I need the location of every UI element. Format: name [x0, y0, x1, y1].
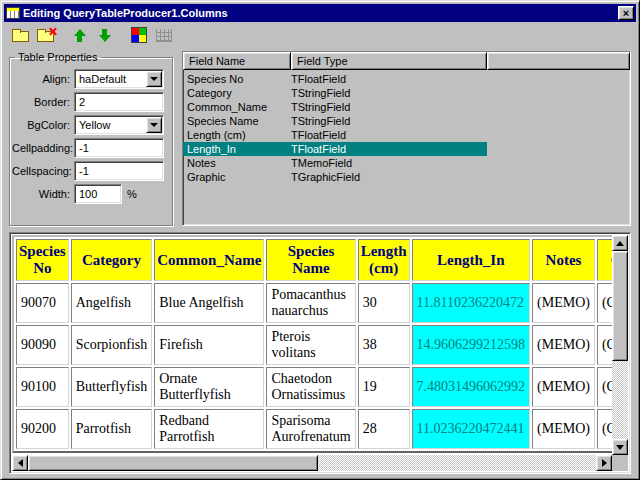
close-button[interactable]: ×: [618, 6, 634, 20]
field-row-species-name[interactable]: Species Name TStringField: [183, 114, 487, 128]
header-cell: Length (cm): [358, 239, 410, 281]
vertical-scrollbar[interactable]: [612, 235, 628, 455]
border-label: Border:: [12, 96, 74, 108]
width-unit-label: %: [127, 188, 137, 200]
table-cell: (GRAPHIC): [597, 367, 612, 407]
move-up-button[interactable]: [67, 24, 92, 46]
bgcolor-select[interactable]: Yellow: [74, 115, 164, 135]
scrollbar-corner: [612, 455, 628, 471]
field-row-notes[interactable]: Notes TMemoField: [183, 156, 487, 170]
vertical-scroll-thumb[interactable]: [612, 251, 628, 361]
horizontal-scroll-thumb[interactable]: [28, 455, 318, 471]
table-row: 90070 Angelfish Blue Angelfish Pomacanth…: [16, 283, 612, 323]
align-dropdown-button[interactable]: [146, 71, 162, 87]
table-cell: 30: [358, 283, 410, 323]
header-cell: Graphic: [597, 239, 612, 281]
scroll-down-button[interactable]: [612, 439, 628, 455]
field-colors-button[interactable]: [126, 24, 151, 46]
move-down-button[interactable]: [92, 24, 117, 46]
vertical-scroll-track[interactable]: [612, 361, 628, 439]
table-cell-highlight: 14.9606299212598: [412, 325, 531, 365]
table-cell: 90090: [16, 325, 69, 365]
field-type-cell: TFloatField: [289, 73, 487, 85]
field-name-cell: Common_Name: [183, 101, 289, 113]
field-name-cell: Category: [183, 87, 289, 99]
width-row: Width: %: [12, 184, 168, 204]
up-arrow-icon: [74, 29, 86, 42]
table-cell: (MEMO): [532, 409, 595, 449]
field-type-cell: TFloatField: [289, 129, 487, 141]
field-row-category[interactable]: Category TStringField: [183, 86, 487, 100]
preview-viewport: Species No Category Common_Name Species …: [12, 235, 612, 455]
table-cell: 90200: [16, 409, 69, 449]
table-cell: (MEMO): [532, 283, 595, 323]
delete-field-button[interactable]: [33, 24, 58, 46]
scroll-left-button[interactable]: [12, 455, 28, 471]
field-name-cell: Species No: [183, 73, 289, 85]
bgcolor-dropdown-button[interactable]: [146, 117, 162, 133]
delete-folder-icon: [37, 31, 54, 42]
align-select[interactable]: haDefault: [74, 69, 164, 89]
titlebar[interactable]: Editing QueryTableProducer1.Columns ×: [4, 4, 636, 22]
field-name-cell: Notes: [183, 157, 289, 169]
bgcolor-value: Yellow: [75, 119, 146, 131]
field-row-graphic[interactable]: Graphic TGraphicField: [183, 170, 487, 184]
table-cell: 19: [358, 367, 410, 407]
align-value: haDefault: [75, 73, 146, 85]
table-cell: Pomacanthus nauarchus: [266, 283, 355, 323]
table-cell: Ornate Butterflyfish: [154, 367, 264, 407]
field-name-cell: Length_In: [183, 143, 289, 155]
field-type-column-header[interactable]: Field Type: [291, 52, 487, 70]
html-preview-panel: Species No Category Common_Name Species …: [9, 232, 631, 474]
add-field-button[interactable]: [8, 24, 33, 46]
width-input[interactable]: [74, 184, 122, 204]
grid-options-button[interactable]: [151, 24, 176, 46]
table-row: 90090 Scorpionfish Firefish Pterois voli…: [16, 325, 612, 365]
table-cell: Blue Angelfish: [154, 283, 264, 323]
scroll-up-button[interactable]: [612, 235, 628, 251]
bgcolor-row: BgColor: Yellow: [12, 115, 168, 135]
table-row: 90200 Parrotfish Redband Parrotfish Spar…: [16, 409, 612, 449]
cellpadding-row: Cellpadding:: [12, 138, 168, 158]
field-row-length-in-selected[interactable]: Length_In TFloatField: [183, 142, 487, 156]
field-name-cell: Graphic: [183, 171, 289, 183]
cellpadding-input[interactable]: [74, 138, 164, 158]
table-cell: 38: [358, 325, 410, 365]
header-cell: Species Name: [266, 239, 355, 281]
cellspacing-row: Cellspacing:: [12, 161, 168, 181]
width-label: Width:: [12, 188, 74, 200]
chevron-down-icon: [150, 77, 158, 81]
field-name-cell: Species Name: [183, 115, 289, 127]
add-folder-icon: [12, 31, 29, 42]
table-properties-group: Table Properties Align: haDefault Border…: [9, 51, 173, 226]
down-arrow-icon: [99, 29, 111, 42]
table-cell: Redband Parrotfish: [154, 409, 264, 449]
header-cell: Length_In: [412, 239, 531, 281]
scroll-right-button[interactable]: [596, 455, 612, 471]
window-icon: [6, 7, 20, 19]
preview-table: Species No Category Common_Name Species …: [12, 235, 612, 453]
blank-column-header: [487, 52, 630, 70]
table-cell: Pterois volitans: [266, 325, 355, 365]
table-cell: (GRAPHIC): [597, 283, 612, 323]
field-list-body: Species No TFloatField Category TStringF…: [183, 70, 630, 225]
horizontal-scrollbar[interactable]: [12, 455, 612, 471]
close-icon: ×: [623, 8, 629, 18]
header-cell: Notes: [532, 239, 595, 281]
header-cell: Species No: [16, 239, 69, 281]
field-row-species-no[interactable]: Species No TFloatField: [183, 72, 487, 86]
table-cell-highlight: 7.48031496062992: [412, 367, 531, 407]
window-title: Editing QueryTableProducer1.Columns: [23, 7, 615, 19]
scroll-left-icon: [18, 459, 23, 467]
field-name-column-header[interactable]: Field Name: [183, 52, 291, 70]
bgcolor-label: BgColor:: [12, 119, 74, 131]
cellspacing-input[interactable]: [74, 161, 164, 181]
table-cell: (MEMO): [532, 325, 595, 365]
table-cell-highlight: 11.0236220472441: [412, 409, 531, 449]
table-cell: Butterflyfish: [71, 367, 153, 407]
field-row-length-cm[interactable]: Length (cm) TFloatField: [183, 128, 487, 142]
field-row-common-name[interactable]: Common_Name TStringField: [183, 100, 487, 114]
border-input[interactable]: [74, 92, 164, 112]
horizontal-scroll-track[interactable]: [318, 455, 596, 471]
field-type-cell: TStringField: [289, 87, 487, 99]
